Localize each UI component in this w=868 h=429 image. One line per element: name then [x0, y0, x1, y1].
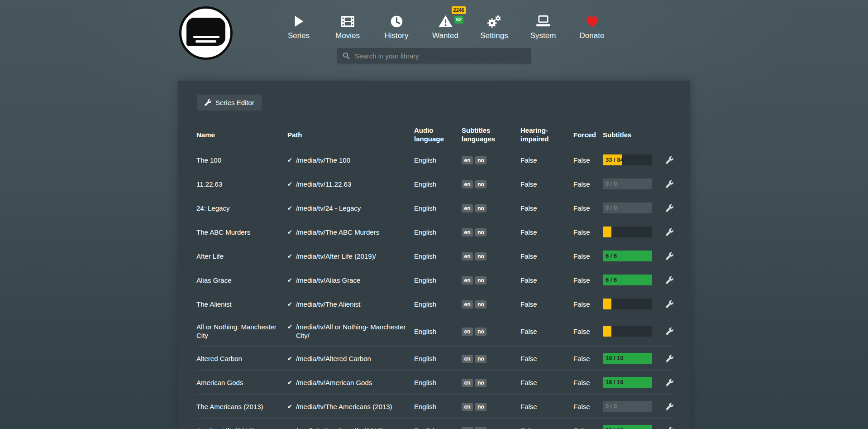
series-editor-label: Series Editor: [215, 99, 254, 106]
bazarr-app: Series Movies History 2246 62: [0, 0, 868, 429]
hearing-impaired-value: False: [520, 204, 573, 212]
audio-language-value: English: [414, 252, 462, 260]
series-editor-button[interactable]: Series Editor: [197, 94, 262, 111]
subtitles-progress: 16 / 16: [603, 377, 652, 388]
path-text: /media/tv/After Life (2019)/: [296, 252, 376, 260]
subtitles-cell: 10 / 10: [603, 353, 666, 364]
app-logo[interactable]: [179, 6, 233, 60]
hearing-impaired-value: False: [520, 402, 573, 411]
table-row: The 100 ✔ /media/tv/The 100 English enno…: [196, 148, 672, 172]
wrench-icon[interactable]: [666, 204, 673, 212]
language-badge: no: [475, 427, 486, 429]
language-badge: en: [462, 180, 473, 188]
forced-value: False: [573, 180, 603, 188]
wrench-icon[interactable]: [666, 228, 673, 236]
language-badge: en: [462, 403, 473, 411]
nav-label: System: [519, 31, 568, 40]
nav-wanted[interactable]: 2246 62 Wanted: [421, 13, 470, 40]
audio-language-value: English: [414, 204, 462, 212]
wrench-icon[interactable]: [666, 403, 673, 410]
hearing-impaired-value: False: [520, 156, 573, 164]
series-name[interactable]: After Life: [196, 252, 287, 260]
series-name[interactable]: The 100: [196, 156, 287, 164]
nav-label: Settings: [470, 31, 519, 40]
series-name[interactable]: Alias Grace: [196, 276, 287, 284]
nav-label: History: [372, 31, 421, 40]
subtitles-languages-badges: enno: [462, 227, 520, 236]
row-actions: [666, 300, 678, 308]
language-badge: no: [475, 156, 486, 164]
subtitles-progress: 6 / 6: [603, 251, 652, 261]
series-name[interactable]: 24: Legacy: [196, 204, 287, 212]
forced-value: False: [573, 204, 603, 212]
nav-label: Movies: [323, 31, 372, 40]
subtitles-cell: 0 / 0: [603, 401, 666, 412]
hearing-impaired-value: False: [520, 180, 573, 188]
forced-value: False: [573, 252, 603, 260]
nav-donate[interactable]: Donate: [568, 13, 616, 40]
path-text: /media/tv/Alias Grace: [296, 276, 361, 284]
audio-language-value: English: [414, 228, 462, 236]
language-badge: en: [462, 156, 473, 164]
series-name[interactable]: All or Nothing: Manchester City: [196, 323, 287, 340]
subtitles-progress: 10 / 10: [603, 425, 652, 429]
subtitles-cell: 0 / 0: [603, 202, 666, 213]
row-actions: [666, 427, 678, 429]
row-actions: [666, 156, 678, 164]
series-name[interactable]: American Gods: [196, 378, 287, 387]
wanted-movies-count-badge: 62: [454, 16, 463, 24]
library-search: [337, 48, 531, 63]
language-badge: en: [462, 276, 473, 284]
path-text: /media/tv/11.22.63: [296, 180, 351, 188]
audio-language-value: English: [414, 180, 462, 188]
nav-settings[interactable]: Settings: [470, 13, 519, 40]
wrench-icon[interactable]: [666, 180, 673, 188]
series-name[interactable]: Another Life (2019): [196, 426, 287, 429]
series-name[interactable]: The Americans (2013): [196, 402, 287, 411]
nav-system[interactable]: System: [519, 13, 568, 40]
wrench-icon[interactable]: [666, 379, 673, 386]
progress-fill: [603, 299, 611, 309]
subtitle-line: [193, 36, 219, 38]
wrench-icon[interactable]: [666, 276, 673, 284]
series-path: ✔ /media/tv/The Alienist: [287, 300, 414, 308]
nav-history[interactable]: History: [372, 13, 421, 40]
series-panel: Series Editor Name Path Audio language S…: [178, 81, 690, 429]
check-icon: ✔: [287, 323, 292, 331]
table-row: Another Life (2019) ✔ /media/tv/Another …: [196, 418, 672, 429]
subtitles-progress: [603, 299, 652, 309]
wrench-icon[interactable]: [666, 252, 673, 260]
series-name[interactable]: The Alienist: [196, 300, 287, 308]
nav-series[interactable]: Series: [274, 13, 323, 40]
check-icon: ✔: [287, 180, 292, 188]
series-path: ✔ /media/tv/The ABC Murders: [287, 228, 414, 236]
hearing-impaired-value: False: [520, 228, 573, 236]
check-icon: ✔: [287, 156, 292, 164]
series-path: ✔ /media/tv/All or Nothing- Manchester C…: [287, 323, 414, 340]
audio-language-value: English: [414, 300, 462, 308]
nav-movies[interactable]: Movies: [323, 13, 372, 40]
forced-value: False: [573, 300, 603, 308]
subtitles-progress: 6 / 6: [603, 275, 652, 285]
language-badge: no: [475, 403, 486, 411]
subtitles-progress: 0 / 0: [603, 178, 652, 189]
wrench-icon[interactable]: [666, 355, 673, 362]
subtitles-languages-badges: enno: [462, 155, 520, 164]
wrench-icon[interactable]: [666, 156, 673, 164]
heart-icon: [568, 13, 616, 30]
play-icon: [274, 13, 323, 30]
wrench-icon[interactable]: [666, 427, 673, 429]
header-audio-language: Audio language: [414, 126, 462, 144]
wrench-icon[interactable]: [666, 328, 673, 335]
path-text: /media/tv/The 100: [296, 156, 350, 164]
series-name[interactable]: 11.22.63: [196, 180, 287, 188]
series-name[interactable]: The ABC Murders: [196, 228, 287, 236]
check-icon: ✔: [287, 354, 292, 363]
row-actions: [666, 328, 678, 335]
path-text: /media/tv/American Gods: [296, 378, 372, 387]
row-actions: [666, 276, 678, 284]
row-actions: [666, 228, 678, 236]
wrench-icon[interactable]: [666, 300, 673, 308]
series-name[interactable]: Altered Carbon: [196, 354, 287, 363]
search-input[interactable]: [354, 52, 525, 60]
